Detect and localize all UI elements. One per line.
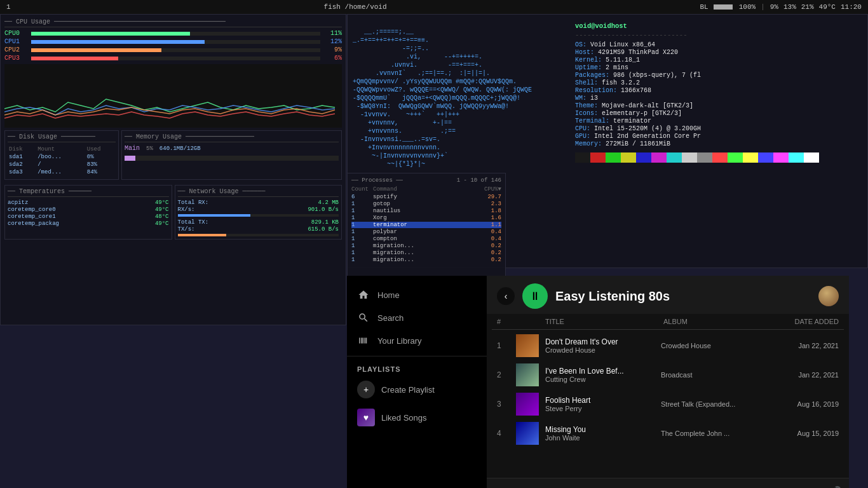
create-playlist-icon: +	[357, 381, 375, 398]
cpu-value: 12%	[324, 38, 342, 45]
proc-count: 1	[351, 236, 370, 242]
search-icon	[357, 311, 370, 324]
liked-songs-label: Liked Songs	[381, 413, 427, 423]
color-block	[575, 152, 590, 163]
process-row[interactable]: 1 polybar 0.4	[351, 229, 501, 235]
track-album: Street Talk (Expanded...	[661, 400, 782, 408]
cpu-label: CPU3	[4, 55, 27, 62]
cpu-label: CPU0	[4, 30, 27, 37]
neofetch-terminal: Terminal: terminator	[575, 118, 862, 125]
temp-title: ── Temperatures ──────	[8, 188, 169, 197]
spotify-nav-home[interactable]: Home	[347, 283, 487, 306]
back-button[interactable]: ‹	[497, 287, 515, 305]
spotify-main: ‹ ⏸ Easy Listening 80s # TITLE ALBUM DAT…	[487, 276, 849, 488]
temp-row: coretemp_core0 49°C	[8, 207, 169, 213]
spotify-panel: Home Search Your Library PLAYLISTS + Cre…	[347, 276, 849, 488]
neofetch-wm: WM: i3	[575, 95, 862, 102]
track-name: I've Been In Love Bef...	[545, 367, 661, 376]
process-row[interactable]: 1 nautilus 1.8	[351, 208, 501, 214]
proc-cmd: migration...	[373, 250, 477, 256]
neofetch-hostname: void@voidhost	[575, 22, 862, 30]
color-block	[682, 152, 697, 163]
proc-cmd: compton	[373, 236, 477, 242]
track-info: Foolish Heart Steve Perry	[545, 396, 661, 412]
col-header-album: ALBUM	[663, 318, 782, 325]
proc-cmd: migration...	[373, 243, 477, 249]
process-row[interactable]: 1 compton 0.4	[351, 236, 501, 242]
cpu-graph	[4, 64, 342, 128]
proc-count: 6	[351, 194, 370, 200]
topbar-right: BL 100% | 9% 13% 21% 49°C 11:20	[700, 3, 862, 11]
color-block	[621, 152, 636, 163]
process-row[interactable]: 1 gotop 2.3	[351, 201, 501, 207]
color-block	[590, 152, 606, 163]
track-thumbnail	[516, 422, 539, 445]
process-row[interactable]: 6 spotify 29.7	[351, 194, 501, 200]
track-date: Aug 15, 2019	[782, 430, 839, 437]
process-row[interactable]: 1 Xorg 1.6	[351, 215, 501, 221]
col-header-num: #	[497, 318, 516, 325]
cpu-section-title: ── CPU Usage ───────────────────────────…	[4, 18, 342, 27]
network-section: ── Network Usage ────── Total RX: 4.2 MB…	[175, 185, 342, 240]
proc-cpu: 0.2	[479, 257, 501, 263]
proc-cmd: terminator	[373, 222, 477, 228]
sidebar-divider	[347, 356, 487, 356]
process-row[interactable]: 1 terminator 1.1	[351, 222, 501, 228]
cpu-core-row: CPU3 6%	[4, 55, 342, 62]
track-thumbnail	[516, 393, 539, 416]
neofetch-colors	[575, 152, 862, 163]
color-block	[606, 152, 621, 163]
color-block	[773, 152, 789, 163]
network-tx-fill	[178, 234, 226, 236]
track-album: The Complete John ...	[661, 430, 782, 437]
neofetch-packages: Packages: 986 (xbps-query), 7 (fl	[575, 72, 862, 79]
track-row[interactable]: 1 Don't Dream It's Over Crowded House Cr…	[492, 331, 844, 360]
disk-row: sda2/83%	[9, 161, 114, 168]
proc-cpu: 0.4	[479, 236, 501, 242]
cpu-core-row: CPU2 9%	[4, 46, 342, 53]
play-pause-button[interactable]: ⏸	[522, 283, 548, 309]
main-container: ── CPU Usage ───────────────────────────…	[0, 14, 868, 488]
liked-songs-button[interactable]: ♥ Liked Songs	[347, 403, 487, 431]
proc-count: 1	[351, 257, 370, 263]
topbar: 1 fish /home/void BL 100% | 9% 13% 21% 4…	[0, 0, 868, 14]
spotify-nav-search[interactable]: Search	[347, 306, 487, 329]
track-row[interactable]: 3 Foolish Heart Steve Perry Street Talk …	[492, 390, 844, 419]
stat1: 9%	[770, 3, 778, 11]
cpu-bar	[31, 32, 320, 36]
track-list: 1 Don't Dream It's Over Crowded House Cr…	[492, 331, 844, 448]
spotify-tracklist[interactable]: # TITLE ALBUM DATE ADDED 1 Don't Dream I…	[487, 314, 849, 478]
bottom-panels: ── Disk Usage ───────── DiskMountUsed sd…	[4, 130, 342, 180]
battery-label: BL	[700, 3, 709, 11]
neofetch-info: void@voidhost --------------------------…	[575, 20, 862, 262]
cpu-bar	[31, 40, 320, 44]
color-block	[712, 152, 728, 163]
spotify-nav-library[interactable]: Your Library	[347, 329, 487, 352]
processes-columns: Count Command CPU%▼	[351, 186, 501, 193]
process-row[interactable]: 1 migration... 0.2	[351, 250, 501, 256]
now-playing-bar: Easy Listening 80s 🔊	[487, 478, 849, 488]
processes-rows: 6 spotify 29.7 1 gotop 2.3 1 nautilus 1.…	[351, 194, 501, 263]
track-date: Jan 22, 2021	[782, 371, 839, 379]
track-name: Don't Dream It's Over	[545, 337, 661, 346]
track-row[interactable]: 2 I've Been In Love Bef... Cutting Crew …	[492, 360, 844, 390]
proc-cmd: polybar	[373, 229, 477, 235]
track-number: 4	[497, 429, 516, 438]
user-avatar[interactable]	[818, 286, 839, 306]
memory-title: ── Memory Usage ──────────────────	[125, 133, 339, 142]
color-block	[758, 152, 773, 163]
temp-row: coretemp_core1 48°C	[8, 214, 169, 220]
proc-count: 1	[351, 215, 370, 221]
process-row[interactable]: 1 migration... 0.2	[351, 243, 501, 249]
memory-bar-fill	[125, 156, 135, 161]
track-row[interactable]: 4 Missing You John Waite The Complete Jo…	[492, 419, 844, 448]
proc-cpu: 0.2	[479, 250, 501, 256]
create-playlist-button[interactable]: + Create Playlist	[347, 376, 487, 403]
process-row[interactable]: 1 migration... 0.2	[351, 257, 501, 263]
proc-cmd: nautilus	[373, 208, 477, 214]
neofetch-memory: Memory: 272MiB / 11861MiB	[575, 140, 862, 147]
disk-title: ── Disk Usage ─────────	[8, 133, 116, 142]
proc-cmd: migration...	[373, 257, 477, 263]
track-number: 3	[497, 400, 516, 409]
neofetch-kernel: Kernel: 5.11.18_1	[575, 57, 862, 64]
